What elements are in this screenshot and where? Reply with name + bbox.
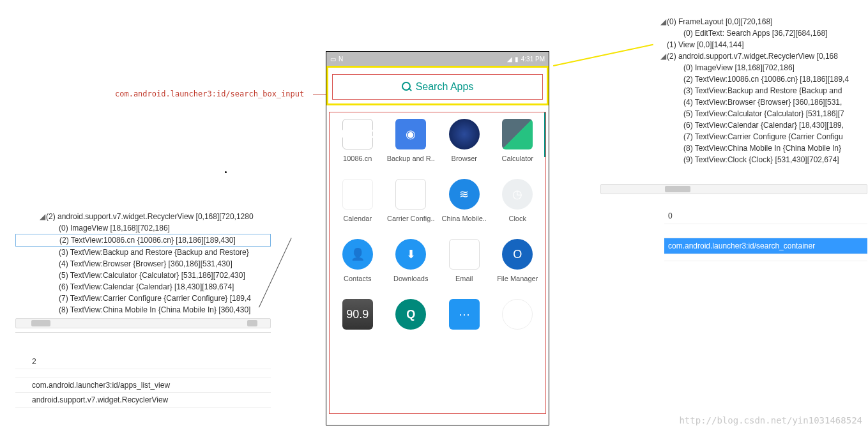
yellow-connector-line <box>553 44 656 79</box>
device-screenshot: ▭ N ◢ ▮ 4:31 PM Search Apps 10086.CN1008… <box>326 51 549 425</box>
app-icon: ⬇ <box>395 239 426 270</box>
app-icon: 10086.CN <box>342 119 373 149</box>
app-icon: O <box>502 239 533 270</box>
tree-row[interactable]: (6) TextView:Calendar {Calendar} [18,430… <box>15 281 271 293</box>
table-header: 2 <box>15 355 271 369</box>
scrollbar-thumb[interactable] <box>665 186 690 192</box>
app-icon: 👤 <box>342 239 373 270</box>
app-label: Email <box>455 275 473 282</box>
resource-id-label: com.android.launcher3:id/search_box_inpu… <box>115 89 304 98</box>
app-item[interactable]: OFile Manager <box>492 239 544 282</box>
scroll-indicator <box>544 112 546 157</box>
tree-row[interactable]: (4) TextView:Browser {Browser} [360,186]… <box>15 258 271 270</box>
app-label: Calendar <box>343 215 372 222</box>
app-item[interactable]: 10086.CN10086.cn <box>332 119 383 162</box>
app-icon: ≋ <box>449 179 480 210</box>
table-row <box>664 224 867 238</box>
left-hierarchy-tree[interactable]: ◢(2) android.support.v7.widget.RecyclerV… <box>15 211 271 333</box>
scrollbar-thumb[interactable] <box>247 320 257 326</box>
app-icon: ⋯ <box>449 299 480 330</box>
table-header: 0 <box>664 208 867 224</box>
stat-icon: ▭ <box>330 56 336 63</box>
app-item[interactable]: Calculator <box>492 119 544 162</box>
app-item[interactable]: Q RDCarrier Config.. <box>386 179 437 222</box>
search-icon <box>402 82 412 92</box>
app-icon: 90.9 <box>342 299 373 330</box>
right-details-table[interactable]: 0 com.android.launcher3:id/search_contai… <box>664 208 867 261</box>
app-label: Backup and R.. <box>387 155 435 162</box>
app-icon: ◷ <box>502 179 533 210</box>
app-label: Calculator <box>501 155 533 162</box>
app-icon: 13 <box>342 179 373 210</box>
tree-row[interactable]: (9) TextView:Clock {Clock} [531,430][702… <box>650 154 867 165</box>
tree-row[interactable]: (5) TextView:Calculator {Calculator} [53… <box>15 270 271 281</box>
app-item[interactable]: 13Calendar <box>332 179 383 222</box>
app-icon: Q RD <box>395 179 426 210</box>
tree-row[interactable]: (7) TextView:Carrier Configure {Carrier … <box>15 293 271 304</box>
app-item[interactable]: Browser <box>439 119 490 162</box>
app-label: File Manager <box>497 275 538 282</box>
app-label: Clock <box>508 215 526 222</box>
h-scrollbar[interactable] <box>15 318 271 328</box>
app-item[interactable]: ◷Clock <box>492 179 544 222</box>
app-icon: @ <box>449 239 480 270</box>
app-item[interactable]: 👤Contacts <box>332 239 383 282</box>
app-item[interactable]: ⬇Downloads <box>386 239 437 282</box>
tree-row[interactable]: (6) TextView:Calendar {Calendar} [18,430… <box>650 119 867 131</box>
tree-row[interactable]: (1) View [0,0][144,144] <box>650 39 867 50</box>
search-placeholder: Search Apps <box>416 81 474 93</box>
app-item[interactable]: @Email <box>439 239 490 282</box>
tree-row[interactable]: ◢(2) android.support.v7.widget.RecyclerV… <box>650 50 867 62</box>
apps-list-highlight: 10086.CN10086.cn◉Backup and R..BrowserCa… <box>329 112 546 414</box>
app-item[interactable]: Q <box>386 299 437 335</box>
app-label: Contacts <box>344 275 371 282</box>
tree-row[interactable]: (4) TextView:Browser {Browser} [360,186]… <box>650 96 867 108</box>
app-item[interactable]: 90.9 <box>332 299 383 335</box>
tree-row[interactable]: (5) TextView:Calculator {Calculator} [53… <box>650 108 867 119</box>
status-bar: ▭ N ◢ ▮ 4:31 PM <box>326 52 549 66</box>
tree-row[interactable]: (0) ImageView [18,168][702,186] <box>650 62 867 73</box>
tree-row[interactable]: ◢(2) android.support.v7.widget.RecyclerV… <box>15 211 271 222</box>
app-item[interactable]: ≋China Mobile.. <box>439 179 490 222</box>
tree-row[interactable]: (8) TextView:China Mobile In {China Mobi… <box>650 142 867 154</box>
app-icon: ∩ <box>502 299 533 330</box>
tree-row[interactable]: (2) TextView:10086.cn {10086.cn} [18,186… <box>650 73 867 85</box>
stat-n-icon: N <box>339 56 343 63</box>
tree-row[interactable]: (0) ImageView [18,168][702,186] <box>15 222 271 234</box>
app-item[interactable]: ⋯ <box>439 299 490 335</box>
dot-marker <box>225 171 227 173</box>
app-item[interactable]: ∩ <box>492 299 544 335</box>
app-label: Browser <box>452 155 477 162</box>
app-icon: Q <box>395 299 426 330</box>
tree-row[interactable]: (0) EditText: Search Apps [36,72][684,16… <box>650 27 867 39</box>
search-box[interactable]: Search Apps <box>332 74 543 100</box>
tree-row[interactable]: ◢(0) FrameLayout [0,0][720,168] <box>650 16 867 27</box>
status-time: 4:31 PM <box>521 56 545 63</box>
scrollbar-thumb[interactable] <box>31 320 50 326</box>
tree-row[interactable]: (7) TextView:Carrier Configure {Carrier … <box>650 131 867 142</box>
tree-row[interactable]: (8) TextView:China Mobile In {China Mobi… <box>15 304 271 316</box>
app-item[interactable]: ◉Backup and R.. <box>386 119 437 162</box>
app-label: 10086.cn <box>343 155 372 162</box>
table-row[interactable] <box>664 254 867 261</box>
right-hierarchy-tree[interactable]: ◢(0) FrameLayout [0,0][720,168](0) EditT… <box>650 16 867 165</box>
watermark-url: http://blog.csdn.net/yin1031468524 <box>664 415 862 425</box>
table-row[interactable]: com.android.launcher3:id/search_containe… <box>664 238 867 254</box>
table-row[interactable]: com.android.launcher3:id/apps_list_view <box>15 378 271 393</box>
battery-icon: ▮ <box>515 56 519 63</box>
app-label: China Mobile.. <box>442 215 487 222</box>
tree-row[interactable]: (3) TextView:Backup and Restore {Backup … <box>15 247 271 258</box>
tree-row[interactable]: (3) TextView:Backup and Restore {Backup … <box>650 85 867 96</box>
h-scrollbar[interactable] <box>600 184 867 194</box>
app-label: Carrier Config.. <box>387 215 435 222</box>
tree-row[interactable]: (2) TextView:10086.cn {10086.cn} [18,186… <box>15 234 271 247</box>
app-icon <box>502 119 533 149</box>
table-row[interactable]: android.support.v7.widget.RecyclerView <box>15 393 271 408</box>
left-details-table[interactable]: 2 com.android.launcher3:id/apps_list_vie… <box>15 355 271 408</box>
app-icon <box>449 119 480 149</box>
app-label: Downloads <box>393 275 428 282</box>
search-container-highlight: Search Apps <box>326 66 549 105</box>
signal-icon: ◢ <box>507 56 512 63</box>
app-icon: ◉ <box>395 119 426 149</box>
